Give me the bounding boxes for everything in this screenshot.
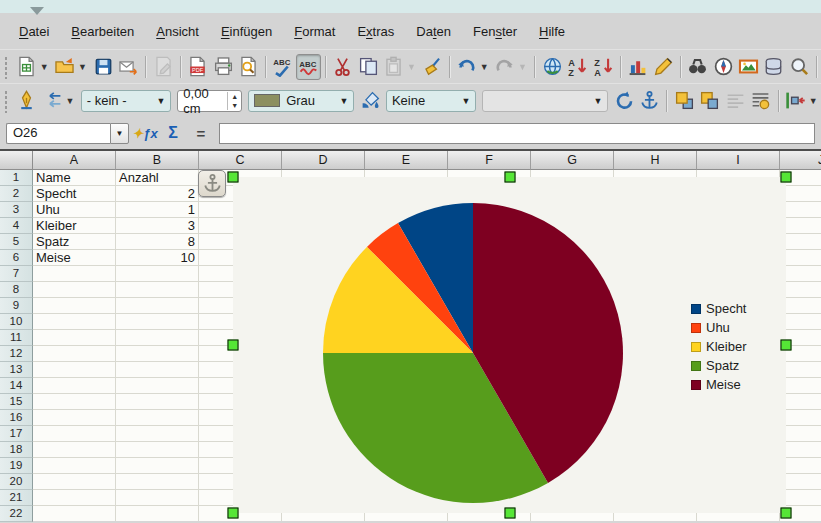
menu-extras[interactable]: Extras	[346, 20, 405, 43]
column-header-D[interactable]: D	[282, 151, 365, 170]
row-header-15[interactable]: 15	[0, 394, 33, 410]
anchor-indicator-icon[interactable]	[198, 170, 226, 197]
menu-ansicht[interactable]: Ansicht	[145, 20, 210, 43]
menu-format[interactable]: Format	[283, 20, 346, 43]
row-header-22[interactable]: 22	[0, 506, 33, 522]
formula-input[interactable]	[219, 123, 815, 144]
spelling-icon[interactable]: ABC	[270, 54, 295, 80]
undo-dropdown-icon[interactable]: ▼	[479, 62, 489, 72]
line-style-select[interactable]: - kein -▼	[81, 90, 172, 112]
data-sources-icon[interactable]	[761, 54, 786, 80]
row-header-10[interactable]: 10	[0, 314, 33, 330]
column-header-B[interactable]: B	[116, 151, 199, 170]
column-header-H[interactable]: H	[614, 151, 697, 170]
undo-icon[interactable]	[454, 54, 479, 80]
cell-A6[interactable]: Meise	[36, 250, 71, 265]
column-header-E[interactable]: E	[365, 151, 448, 170]
cut-icon[interactable]	[330, 54, 355, 80]
gallery-icon[interactable]	[736, 54, 761, 80]
toolbar-grip[interactable]	[2, 89, 10, 113]
menu-datei[interactable]: Datei	[8, 20, 60, 43]
menu-einfgen[interactable]: Einfügen	[210, 20, 283, 43]
select-all-corner[interactable]	[0, 151, 33, 170]
selection-handle[interactable]	[228, 340, 239, 351]
column-header-G[interactable]: G	[531, 151, 614, 170]
column-header-F[interactable]: F	[448, 151, 531, 170]
export-pdf-icon[interactable]: PDF	[185, 54, 210, 80]
anchor-icon[interactable]	[637, 88, 663, 114]
row-header-8[interactable]: 8	[0, 282, 33, 298]
new-document-dropdown-icon[interactable]: ▼	[39, 62, 49, 72]
clone-formatting-icon[interactable]	[419, 54, 444, 80]
row-header-21[interactable]: 21	[0, 490, 33, 506]
menu-daten[interactable]: Daten	[405, 20, 462, 43]
print-icon[interactable]	[210, 54, 235, 80]
cell-B3[interactable]: 1	[116, 202, 195, 217]
row-header-19[interactable]: 19	[0, 458, 33, 474]
print-preview-icon[interactable]	[236, 54, 261, 80]
cell-A3[interactable]: Uhu	[36, 202, 60, 217]
zoom-icon[interactable]	[787, 54, 812, 80]
area-fill-select[interactable]: ▼	[482, 90, 608, 112]
cell-B5[interactable]: 8	[116, 234, 195, 249]
email-icon[interactable]	[116, 54, 141, 80]
selection-handle[interactable]	[781, 340, 792, 351]
row-header-18[interactable]: 18	[0, 442, 33, 458]
column-header-C[interactable]: C	[199, 151, 282, 170]
row-header-13[interactable]: 13	[0, 362, 33, 378]
row-header-11[interactable]: 11	[0, 330, 33, 346]
chart-object[interactable]: SpechtUhuKleiberSpatzMeise	[233, 177, 786, 513]
row-header-5[interactable]: 5	[0, 234, 33, 250]
area-fill-icon[interactable]	[357, 88, 383, 114]
row-header-12[interactable]: 12	[0, 346, 33, 362]
name-box-dropdown-icon[interactable]: ▼	[110, 123, 129, 144]
position-icon[interactable]	[783, 88, 809, 114]
row-header-20[interactable]: 20	[0, 474, 33, 490]
column-header-J[interactable]: J	[780, 151, 821, 170]
sum-icon[interactable]: Σ	[161, 121, 185, 145]
menu-hilfe[interactable]: Hilfe	[528, 20, 576, 43]
row-header-2[interactable]: 2	[0, 186, 33, 202]
bring-to-front-icon[interactable]	[671, 88, 697, 114]
row-header-1[interactable]: 1	[0, 170, 33, 186]
line-width-spinner[interactable]: 0,00 cm▲▼	[177, 90, 242, 112]
sort-ascending-icon[interactable]: AZ	[565, 54, 590, 80]
cell-B2[interactable]: 2	[116, 186, 195, 201]
row-header-14[interactable]: 14	[0, 378, 33, 394]
column-header-A[interactable]: A	[33, 151, 116, 170]
selection-handle[interactable]	[781, 172, 792, 183]
find-replace-icon[interactable]	[685, 54, 710, 80]
auto-spellcheck-icon[interactable]: ABC	[296, 54, 321, 80]
row-header-4[interactable]: 4	[0, 218, 33, 234]
selection-handle[interactable]	[228, 508, 239, 519]
cell-B1[interactable]: Anzahl	[119, 170, 159, 185]
line-pen-icon[interactable]	[14, 88, 40, 114]
cell-B6[interactable]: 10	[116, 250, 195, 265]
row-header-6[interactable]: 6	[0, 250, 33, 266]
row-header-7[interactable]: 7	[0, 266, 33, 282]
toolbar-grip[interactable]	[2, 55, 10, 79]
row-header-17[interactable]: 17	[0, 426, 33, 442]
cell-A4[interactable]: Kleiber	[36, 218, 76, 233]
cell-A2[interactable]: Specht	[36, 186, 76, 201]
send-to-back-icon[interactable]	[697, 88, 723, 114]
selection-handle[interactable]	[504, 508, 515, 519]
sort-descending-icon[interactable]: ZA	[590, 54, 615, 80]
cell-A1[interactable]: Name	[36, 170, 71, 185]
cells-grid[interactable]: SpechtUhuKleiberSpatzMeise NameAnzahlSpe…	[33, 170, 821, 521]
wrap-text-icon[interactable]	[748, 88, 774, 114]
hyperlink-icon[interactable]	[539, 54, 564, 80]
cell-B4[interactable]: 3	[116, 218, 195, 233]
cell-reference-input[interactable]: O26	[6, 123, 110, 144]
function-wizard-icon[interactable]: ✦ƒx	[133, 121, 157, 145]
open-dropdown-icon[interactable]: ▼	[78, 62, 88, 72]
open-icon[interactable]	[52, 54, 77, 80]
arrow-style-icon[interactable]	[39, 88, 65, 114]
save-icon[interactable]	[90, 54, 115, 80]
column-header-I[interactable]: I	[697, 151, 780, 170]
area-style-select[interactable]: Keine▼	[386, 90, 477, 112]
arrow-style-dropdown-icon[interactable]: ▼	[65, 96, 75, 106]
selection-handle[interactable]	[228, 172, 239, 183]
line-color-select[interactable]: Grau▼	[248, 90, 354, 112]
new-document-icon[interactable]	[14, 54, 39, 80]
